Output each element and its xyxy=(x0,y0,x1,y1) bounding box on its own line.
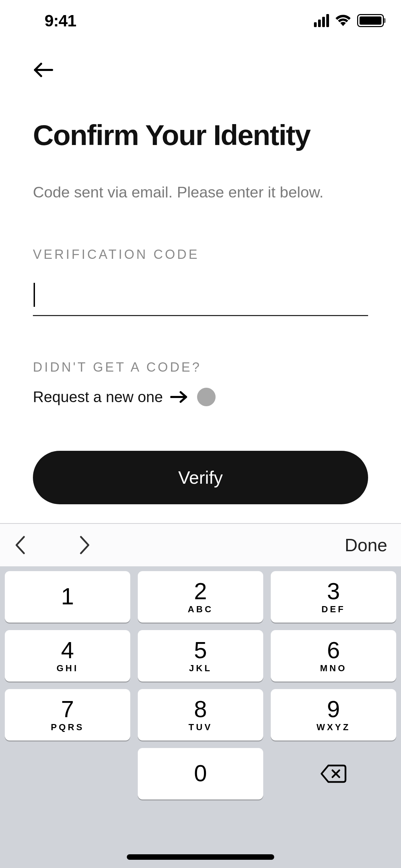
key-digit: 0 xyxy=(194,761,207,785)
resend-label: DIDN'T GET A CODE? xyxy=(33,360,368,375)
request-new-code-text: Request a new one xyxy=(33,388,163,406)
page-title: Confirm Your Identity xyxy=(33,119,368,151)
keypad-key-empty xyxy=(5,748,130,799)
keypad-key-delete[interactable] xyxy=(271,748,396,799)
chevron-right-icon xyxy=(78,535,91,555)
key-letters: PQRS xyxy=(51,722,84,733)
key-letters: MNO xyxy=(320,663,347,674)
key-letters: WXYZ xyxy=(316,722,350,733)
key-digit: 1 xyxy=(61,584,74,608)
key-digit: 2 xyxy=(194,579,207,603)
key-digit: 8 xyxy=(194,697,207,721)
keypad-key-6[interactable]: 6 MNO xyxy=(271,630,396,682)
wifi-icon xyxy=(335,15,351,26)
key-letters: JKL xyxy=(189,663,212,674)
keyboard-next-button[interactable] xyxy=(78,535,91,555)
verification-code-input[interactable] xyxy=(33,275,368,316)
key-letters: GHI xyxy=(57,663,78,674)
arrow-left-icon xyxy=(33,62,53,77)
verification-code-label: VERIFICATION CODE xyxy=(33,247,368,262)
keyboard-prev-button[interactable] xyxy=(14,535,27,555)
request-new-code-link[interactable]: Request a new one xyxy=(33,388,187,406)
keypad-key-0[interactable]: 0 xyxy=(138,748,263,799)
status-time: 9:41 xyxy=(45,11,76,30)
numeric-keypad: 1 2 ABC 3 DEF 4 GHI 5 J xyxy=(0,566,401,868)
key-digit: 5 xyxy=(194,638,207,662)
keypad-key-2[interactable]: 2 ABC xyxy=(138,571,263,623)
text-caret xyxy=(34,283,35,307)
keyboard-done-button[interactable]: Done xyxy=(345,535,387,555)
verify-button[interactable]: Verify xyxy=(33,451,368,504)
chevron-left-icon xyxy=(14,535,27,555)
backspace-icon xyxy=(320,764,347,783)
keypad-key-3[interactable]: 3 DEF xyxy=(271,571,396,623)
home-indicator[interactable] xyxy=(127,854,274,860)
battery-icon xyxy=(357,14,384,27)
keypad-key-4[interactable]: 4 GHI xyxy=(5,630,130,682)
status-icons xyxy=(314,14,384,27)
verify-button-label: Verify xyxy=(178,467,223,488)
keypad-key-1[interactable]: 1 xyxy=(5,571,130,623)
keypad-key-7[interactable]: 7 PQRS xyxy=(5,689,130,740)
key-digit: 6 xyxy=(327,638,340,662)
key-digit: 7 xyxy=(61,697,74,721)
cellular-signal-icon xyxy=(314,14,329,27)
keypad-key-8[interactable]: 8 TUV xyxy=(138,689,263,740)
keypad-key-9[interactable]: 9 WXYZ xyxy=(271,689,396,740)
key-letters: DEF xyxy=(321,604,345,615)
arrow-right-icon xyxy=(170,391,187,403)
keypad-key-5[interactable]: 5 JKL xyxy=(138,630,263,682)
key-digit: 9 xyxy=(327,697,340,721)
status-bar: 9:41 xyxy=(0,0,401,41)
key-letters: ABC xyxy=(188,604,213,615)
key-letters: TUV xyxy=(189,722,212,733)
key-digit: 3 xyxy=(327,579,340,603)
key-digit: 4 xyxy=(61,638,74,662)
loading-dot-icon xyxy=(197,388,216,406)
page-subtitle: Code sent via email. Please enter it bel… xyxy=(33,182,368,203)
keyboard-toolbar: Done xyxy=(0,523,401,566)
back-button[interactable] xyxy=(33,62,53,77)
